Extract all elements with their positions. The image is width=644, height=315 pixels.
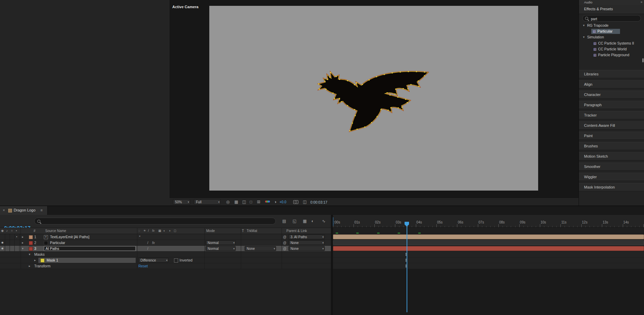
panel-header-mask-interpolation[interactable]: Mask Interpolation (579, 183, 644, 191)
mask-vertex[interactable] (418, 81, 419, 82)
tree-item-particular[interactable]: ▧ Particular (579, 28, 644, 34)
panel-menu-icon[interactable]: ≡ (40, 208, 42, 212)
mask-vertex[interactable] (387, 92, 388, 93)
quality-icon[interactable]: / (148, 228, 149, 234)
graph-editor-icon[interactable]: ∿ (322, 218, 325, 224)
tree-group-simulation[interactable]: ▾ Simulation (579, 34, 644, 40)
mask-vertex[interactable] (330, 72, 331, 73)
mask-vertex[interactable] (376, 76, 377, 77)
mask-name[interactable]: Mask 1 (47, 257, 58, 263)
tree-group-rg-trapcode[interactable]: ▾ RG Trapcode (579, 23, 644, 28)
mask-vertex[interactable] (405, 99, 406, 100)
layer-name[interactable]: TextLayerEmit [AI Paths] (50, 234, 89, 240)
layer-name[interactable]: Particular (50, 240, 65, 246)
mask-vertex[interactable] (398, 107, 399, 108)
twirl-open-icon[interactable]: ▾ (29, 252, 30, 257)
column-source-name[interactable]: Source Name (45, 228, 66, 234)
mask-vertex[interactable] (388, 110, 389, 111)
layer-name-edit-box[interactable]: AI Paths (44, 246, 136, 251)
layer-2-duration-bar[interactable] (333, 240, 644, 245)
mini-flowchart-icon[interactable]: ▤ (282, 218, 286, 224)
eye-icon[interactable]: ◉ (1, 228, 4, 234)
panel-header-align[interactable]: Align (579, 80, 644, 88)
channel-icon[interactable] (265, 199, 271, 204)
parent-dropdown[interactable]: None ▾ (288, 246, 325, 251)
mask-vertex[interactable] (341, 101, 342, 102)
audio-icon[interactable]: ♪ (6, 228, 8, 234)
pickwhip-icon[interactable]: @ (283, 246, 286, 252)
mask-vertex[interactable] (369, 80, 370, 81)
mask-vertex[interactable] (329, 77, 330, 78)
panel-header-brushes[interactable]: Brushes (579, 142, 644, 150)
mask-vertex[interactable] (389, 95, 391, 96)
3d-layer-icon[interactable]: ◻ (174, 228, 176, 234)
panel-header-tracker[interactable]: Tracker (579, 111, 644, 119)
quality-switch[interactable]: / (147, 240, 148, 246)
snapshot-camera-icon[interactable] (293, 200, 298, 204)
mask-vertex[interactable] (402, 88, 404, 89)
blend-mode-dropdown[interactable]: Normal ▾ (206, 246, 236, 251)
panel-header-wiggler[interactable]: Wiggler (579, 173, 644, 181)
mask-vertex[interactable] (371, 122, 372, 123)
mask-vertex[interactable] (325, 89, 326, 90)
dragon-mask-path[interactable] (319, 72, 428, 131)
lock-toggle[interactable]: ▪ (14, 234, 20, 240)
timeline-search-box[interactable] (34, 218, 276, 225)
mask-vertex[interactable] (354, 84, 355, 85)
video-toggle[interactable]: ◉ (0, 240, 5, 245)
audio-panel-header-partial[interactable]: Audio ≡ (579, 0, 644, 5)
mask-vertex[interactable] (339, 98, 340, 99)
solo-icon[interactable]: ○ (11, 228, 13, 234)
mask-vertex[interactable] (364, 126, 366, 128)
panel-header-paint[interactable]: Paint (579, 132, 644, 140)
pickwhip-icon[interactable]: @ (283, 240, 286, 246)
panel-header-motion-sketch[interactable]: Motion Sketch (579, 152, 644, 160)
panel-header-character[interactable]: Character (579, 90, 644, 99)
mask-vertex[interactable] (407, 88, 408, 89)
fx-icon[interactable]: fx (152, 228, 154, 234)
parent-dropdown[interactable]: 3. AI Paths ▾ (288, 234, 325, 239)
mask-vertex[interactable] (354, 109, 355, 110)
mask-vertex[interactable] (400, 71, 401, 72)
panel-header-paragraph[interactable]: Paragraph (579, 101, 644, 109)
mask-vertex[interactable] (318, 83, 319, 84)
mask-vertex[interactable] (410, 84, 411, 85)
mask-vertex[interactable] (401, 107, 402, 108)
mask-vertex[interactable] (381, 109, 382, 110)
layer-3-duration-bar[interactable] (333, 246, 644, 251)
layer-color-swatch[interactable] (29, 235, 33, 239)
time-ruler[interactable]: :00s01s02s03s04s05s06s07s08s09s10s11s12s… (333, 215, 644, 228)
mask-vertex[interactable] (376, 116, 377, 117)
mask-vertex[interactable] (357, 129, 358, 130)
video-toggle[interactable] (0, 234, 5, 240)
effects-search-box[interactable] (582, 15, 641, 22)
inverted-checkbox[interactable] (174, 258, 178, 263)
shy-icon[interactable]: ◌ (138, 228, 140, 234)
frame-blend-icon[interactable]: ▦ (303, 218, 307, 224)
mask-vertex[interactable] (395, 89, 396, 90)
mask-vertex[interactable] (424, 72, 425, 73)
audio-toggle[interactable] (5, 246, 10, 251)
mask-vertex[interactable] (319, 88, 320, 89)
mask-visibility-icon[interactable]: ◫ (242, 199, 246, 205)
resolution-dropdown[interactable]: Full ▾ (194, 199, 221, 205)
column-mode[interactable]: Mode (206, 228, 215, 234)
pickwhip-icon[interactable]: @ (283, 234, 286, 240)
video-toggle[interactable]: ◉ (0, 246, 5, 251)
lock-toggle[interactable] (14, 240, 20, 245)
scrollbar-thumb[interactable] (642, 58, 644, 62)
twirl-closed-icon[interactable]: ▸ (29, 263, 30, 269)
mask-vertex[interactable] (418, 86, 419, 87)
exposure-value[interactable]: +0.0 (280, 199, 286, 205)
effects-presets-header[interactable]: Effects & Presets (579, 5, 644, 14)
mask-vertex[interactable] (352, 123, 353, 124)
mask-vertex[interactable] (392, 72, 393, 73)
twirl-open-icon[interactable]: ▾ (22, 246, 24, 252)
mask-vertex[interactable] (333, 93, 334, 94)
exposure-gamma-icon[interactable]: ◑ (274, 199, 276, 205)
magnification-dropdown[interactable]: 50% ▾ (173, 199, 190, 205)
solo-toggle[interactable] (10, 240, 15, 245)
track-matte-dropdown[interactable]: None ▾ (245, 246, 276, 251)
layer-color-swatch[interactable] (29, 241, 33, 245)
target-icon[interactable]: ◎ (226, 199, 230, 205)
